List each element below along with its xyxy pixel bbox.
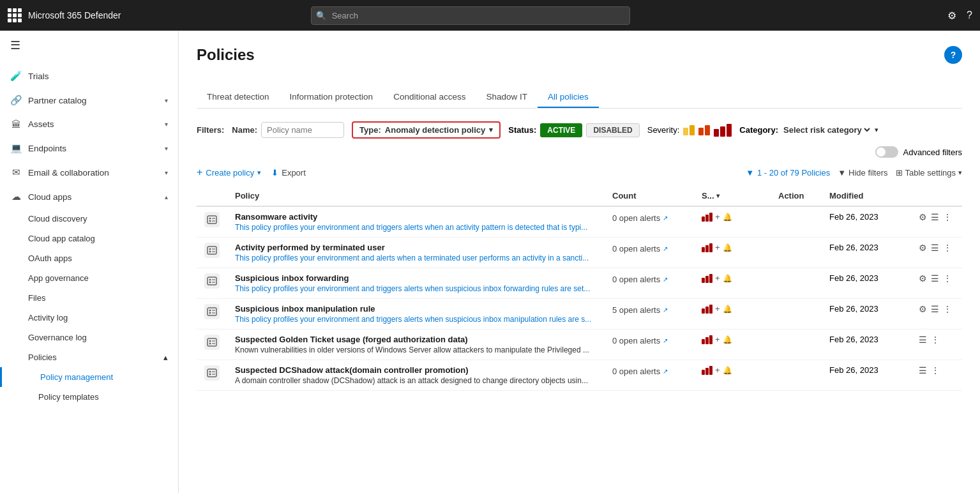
more-icon[interactable]: ⋮	[943, 304, 952, 314]
external-link-icon[interactable]: ↗	[663, 368, 668, 375]
sidebar-item-policy-templates[interactable]: Policy templates	[0, 387, 178, 407]
sidebar-item-activity-log[interactable]: Activity log	[0, 308, 178, 328]
sidebar-item-app-governance[interactable]: App governance	[0, 268, 178, 288]
modified-date: Feb 26, 2023	[829, 335, 878, 344]
th-icon	[197, 186, 227, 206]
bell-icon[interactable]: 🔔	[723, 243, 732, 252]
more-icon[interactable]: ⋮	[943, 273, 952, 284]
list-icon[interactable]: ☰	[931, 304, 939, 314]
settings-row-icon[interactable]: ⚙	[919, 212, 927, 222]
status-disabled-button[interactable]: DISABLED	[586, 123, 639, 137]
filter-type-dropdown[interactable]: Type: Anomaly detection policy ▾	[352, 121, 501, 139]
add-severity-icon[interactable]: +	[715, 335, 720, 344]
add-severity-icon[interactable]: +	[715, 304, 720, 314]
search-input[interactable]	[311, 6, 630, 25]
filter-name-input[interactable]	[261, 122, 344, 138]
policy-name[interactable]: Suspected DCShadow attack(domain control…	[235, 365, 597, 375]
hide-filters-button[interactable]: ▼ Hide filters	[838, 168, 887, 178]
create-policy-button[interactable]: + Create policy ▾	[197, 167, 261, 178]
more-icon[interactable]: ⋮	[943, 212, 952, 222]
th-severity[interactable]: S... ▾	[694, 186, 771, 206]
sidebar-item-policy-management[interactable]: Policy management	[0, 367, 178, 387]
sidebar-item-trials[interactable]: 🧪 Trials	[0, 64, 178, 88]
severity-high-indicator[interactable]	[714, 124, 732, 137]
list-icon[interactable]: ☰	[919, 365, 927, 375]
sidebar-item-files[interactable]: Files	[0, 288, 178, 308]
list-icon[interactable]: ☰	[931, 243, 939, 253]
policy-name[interactable]: Suspected Golden Ticket usage (forged au…	[235, 335, 597, 344]
severity-low-indicator[interactable]	[683, 125, 695, 135]
policy-count-cell: 0 open alerts ↗	[605, 360, 694, 391]
more-icon[interactable]: ⋮	[931, 335, 940, 345]
sidebar-item-endpoints[interactable]: 💻 Endpoints ▾	[0, 136, 178, 160]
list-icon[interactable]: ☰	[931, 273, 939, 284]
tab-threat-detection[interactable]: Threat detection	[197, 87, 280, 108]
sidebar-item-partner-catalog[interactable]: 🔗 Partner catalog ▾	[0, 88, 178, 112]
hamburger-button[interactable]: ☰	[0, 31, 178, 60]
bell-icon[interactable]: 🔔	[723, 335, 732, 344]
settings-row-icon[interactable]: ⚙	[919, 273, 927, 284]
sidebar-item-cloud-apps[interactable]: ☁ Cloud apps ▴	[0, 185, 178, 209]
add-severity-icon[interactable]: +	[715, 212, 720, 222]
tab-information-protection[interactable]: Information protection	[280, 87, 384, 108]
policy-name[interactable]: Suspicious inbox forwarding	[235, 273, 597, 283]
list-icon[interactable]: ☰	[931, 212, 939, 222]
policy-icon	[204, 335, 220, 350]
tab-all-policies[interactable]: All policies	[538, 87, 599, 108]
sidebar-item-governance-log[interactable]: Governance log	[0, 328, 178, 347]
filter-type-value: Anomaly detection policy	[385, 125, 485, 135]
advanced-filters-toggle[interactable]: Advanced filters	[875, 146, 963, 158]
tab-conditional-access[interactable]: Conditional access	[383, 87, 476, 108]
bell-icon[interactable]: 🔔	[723, 366, 732, 375]
policy-desc: This policy profiles your environment an…	[235, 315, 592, 324]
svg-point-18	[209, 312, 211, 314]
bell-icon[interactable]: 🔔	[723, 213, 732, 222]
external-link-icon[interactable]: ↗	[663, 245, 668, 252]
advanced-filters-switch[interactable]	[875, 146, 898, 158]
svg-point-1	[209, 218, 211, 220]
status-active-button[interactable]: ACTIVE	[540, 123, 582, 137]
chevron-down-icon: ▾	[165, 169, 168, 176]
help-circle-button[interactable]: ?	[944, 46, 962, 64]
bell-icon[interactable]: 🔔	[723, 305, 732, 314]
tab-shadow-it[interactable]: Shadow IT	[476, 87, 538, 108]
external-link-icon[interactable]: ↗	[663, 307, 668, 314]
settings-row-icon[interactable]: ⚙	[919, 304, 927, 314]
svg-point-11	[209, 279, 211, 281]
count-value: 0 open alerts	[612, 275, 660, 284]
filter-category-select[interactable]: Select risk category	[781, 125, 872, 135]
settings-icon[interactable]: ⚙	[947, 10, 956, 22]
more-icon[interactable]: ⋮	[931, 365, 940, 375]
waffle-icon[interactable]	[8, 8, 22, 22]
policy-name[interactable]: Ransomware activity	[235, 212, 597, 222]
policy-name[interactable]: Activity performed by terminated user	[235, 243, 597, 252]
severity-medium-indicator[interactable]	[698, 125, 710, 135]
sidebar-item-cloud-discovery[interactable]: Cloud discovery	[0, 209, 178, 229]
policy-severity-cell: + 🔔	[694, 360, 771, 391]
add-severity-icon[interactable]: +	[715, 365, 720, 375]
more-icon[interactable]: ⋮	[943, 243, 952, 253]
policy-name-cell: Suspicious inbox manipulation rule This …	[227, 299, 605, 330]
policy-name[interactable]: Suspicious inbox manipulation rule	[235, 304, 597, 314]
export-button[interactable]: ⬇ Export	[271, 168, 306, 178]
sidebar-item-assets[interactable]: 🏛 Assets ▾	[0, 112, 178, 136]
external-link-icon[interactable]: ↗	[663, 337, 668, 344]
table-settings-button[interactable]: ⊞ Table settings ▾	[896, 168, 963, 178]
list-icon[interactable]: ☰	[919, 335, 927, 345]
sidebar-item-oauth-apps[interactable]: OAuth apps	[0, 248, 178, 268]
policy-icon-cell	[197, 299, 227, 330]
external-link-icon[interactable]: ↗	[663, 276, 668, 283]
bell-icon[interactable]: 🔔	[723, 274, 732, 283]
external-link-icon[interactable]: ↗	[663, 215, 668, 222]
add-severity-icon[interactable]: +	[715, 273, 720, 283]
sidebar-item-email-collab[interactable]: ✉ Email & collaboration ▾	[0, 160, 178, 185]
sidebar-item-policies[interactable]: Policies ▴	[0, 347, 178, 367]
policy-desc: Known vulnerabilities in older versions …	[235, 345, 592, 354]
add-severity-icon[interactable]: +	[715, 243, 720, 252]
policy-name-cell: Suspected DCShadow attack(domain control…	[227, 360, 605, 391]
row-actions: ☰ ⋮	[919, 365, 954, 375]
settings-row-icon[interactable]: ⚙	[919, 243, 927, 253]
sidebar-item-cloud-app-catalog[interactable]: Cloud app catalog	[0, 229, 178, 248]
help-icon[interactable]: ?	[967, 10, 972, 21]
th-policy[interactable]: Policy	[227, 186, 605, 206]
